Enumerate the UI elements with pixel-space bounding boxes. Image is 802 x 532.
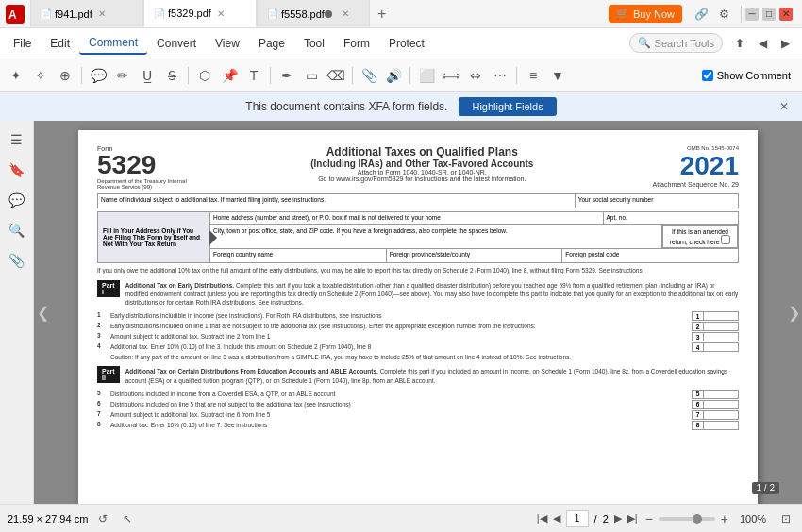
part2-title-bold: Additional Tax on Certain Distributions … <box>125 368 378 374</box>
search-tools-button[interactable]: 🔍 Search Tools <box>629 33 723 53</box>
misc-icon[interactable]: ⋯ <box>489 64 511 87</box>
filter-icon[interactable]: ▼ <box>546 64 569 87</box>
menu-comment[interactable]: Comment <box>79 32 147 55</box>
xfa-close-button[interactable]: ✕ <box>776 98 793 115</box>
menu-form[interactable]: Form <box>334 33 379 54</box>
status-right: − + 100% ⊡ <box>645 510 794 527</box>
highlight-fields-button[interactable]: Highlight Fields <box>459 97 556 116</box>
text-box-icon[interactable]: T <box>242 64 265 87</box>
address-row-2: City, town or post office, state, and ZI… <box>210 225 738 249</box>
shape-icon[interactable]: ▭ <box>300 64 323 87</box>
sticky-note-icon[interactable]: 📌 <box>218 64 241 87</box>
line-box-8[interactable]: 8 <box>692 421 739 430</box>
line-box-4[interactable]: 4 <box>692 342 739 352</box>
menu-tool[interactable]: Tool <box>294 33 334 54</box>
city-field[interactable]: City, town or post office, state, and ZI… <box>210 225 662 248</box>
hand-tool-icon[interactable]: ✧ <box>29 64 52 87</box>
menu-convert[interactable]: Convert <box>147 33 206 54</box>
stamp-icon[interactable]: ⬡ <box>193 64 216 87</box>
country-field[interactable]: Foreign country name <box>210 249 387 262</box>
postal-field[interactable]: Foreign postal code <box>562 249 738 262</box>
menu-protect[interactable]: Protect <box>379 33 434 54</box>
menu-file[interactable]: File <box>4 33 41 54</box>
menu-page[interactable]: Page <box>249 33 294 54</box>
audio-icon[interactable]: 🔊 <box>382 64 405 87</box>
first-page-button[interactable]: |◀ <box>537 512 547 524</box>
line-box-2[interactable]: 2 <box>692 322 739 331</box>
right-nav-arrow[interactable]: ❯ <box>785 293 802 331</box>
menu-edit[interactable]: Edit <box>41 33 79 54</box>
ssn-field[interactable]: Your social security number <box>576 194 738 208</box>
attach-icon[interactable]: 📎 <box>358 64 380 87</box>
minimize-button[interactable]: ─ <box>745 8 759 21</box>
navigation-panel-icon[interactable]: ☰ <box>4 126 30 153</box>
pdf-document: Form 5329 Department of the Treasury Int… <box>78 130 758 504</box>
area-select-icon[interactable]: ⬜ <box>415 64 438 87</box>
address-row-3: Foreign country name Foreign province/st… <box>210 249 738 262</box>
window-controls: ─ □ ✕ <box>745 8 798 21</box>
highlight-icon[interactable]: ✏ <box>111 64 134 87</box>
amended-field[interactable]: If this is an amended return, check here <box>662 225 738 248</box>
province-field[interactable]: Foreign province/state/county <box>387 249 563 262</box>
eraser-icon[interactable]: ⌫ <box>325 64 347 87</box>
forward-icon[interactable]: ▶ <box>776 34 794 53</box>
measure-icon[interactable]: ⟺ <box>440 64 462 87</box>
draw-icon[interactable]: ✒ <box>276 64 298 87</box>
zoom-in-button[interactable]: + <box>721 511 728 526</box>
apt-field[interactable]: Apt. no. <box>604 212 739 224</box>
name-field[interactable]: Name of individual subject to additional… <box>98 194 576 208</box>
next-page-button[interactable]: ▶ <box>614 512 622 524</box>
fill-address-fields: Home address (number and street), or P.O… <box>210 211 739 263</box>
tab-f5329[interactable]: 📄 f5329.pdf ✕ <box>143 0 257 27</box>
line-box-3[interactable]: 3 <box>692 332 739 341</box>
show-comment-checkbox[interactable] <box>702 70 713 81</box>
bookmark-panel-icon[interactable]: 🔖 <box>4 157 30 183</box>
prev-page-button[interactable]: ◀ <box>553 512 560 524</box>
tab-f941[interactable]: 📄 f941.pdf ✕ <box>30 0 143 27</box>
line-box-7[interactable]: 7 <box>692 410 739 420</box>
line-box-6[interactable]: 6 <box>692 400 739 409</box>
cursor-mode-icon[interactable]: ↖ <box>118 509 137 528</box>
left-nav-arrow[interactable]: ❮ <box>34 293 51 331</box>
distance-icon[interactable]: ⇔ <box>464 64 487 87</box>
page-number-input[interactable] <box>566 510 589 527</box>
last-page-button[interactable]: ▶| <box>627 512 638 524</box>
comment-icon[interactable]: 💬 <box>87 64 109 87</box>
home-address-field[interactable]: Home address (number and street), or P.O… <box>210 212 604 224</box>
fit-page-button[interactable]: ⊡ <box>777 510 794 527</box>
zoom-slider[interactable] <box>659 517 715 521</box>
strikethrough-icon[interactable]: S̶ <box>160 64 183 87</box>
line-number-6: 6 <box>97 400 107 407</box>
external-link-icon[interactable]: ⬆ <box>730 34 749 53</box>
settings-icon[interactable]: ⚙ <box>714 5 733 24</box>
part1-header-row: Part I Additional Tax on Early Distribut… <box>97 277 739 309</box>
tab-f5558[interactable]: 📄 f5558.pdf ✕ <box>257 0 370 27</box>
zoom-out-button[interactable]: − <box>645 511 653 526</box>
share-icon[interactable]: 🔗 <box>692 5 710 24</box>
buy-now-button[interactable]: 🛒 Buy Now <box>609 5 682 23</box>
amended-checkbox[interactable] <box>721 235 730 244</box>
back-icon[interactable]: ◀ <box>753 34 772 53</box>
text-select-icon[interactable]: ⊕ <box>54 64 76 87</box>
close-button[interactable]: ✕ <box>779 8 793 21</box>
search-panel-icon[interactable]: 🔍 <box>4 217 30 243</box>
line-box-5[interactable]: 5 <box>692 390 739 399</box>
manage-icon[interactable]: ≡ <box>522 64 544 87</box>
comment-panel-icon[interactable]: 💬 <box>4 187 30 213</box>
caution-text: Caution: If any part of the amount on li… <box>110 353 739 361</box>
maximize-button[interactable]: □ <box>762 8 776 21</box>
new-tab-button[interactable]: + <box>370 6 393 23</box>
part2-header-row: Part II Additional Tax on Certain Distri… <box>97 363 739 387</box>
rotate-icon[interactable]: ↺ <box>93 509 112 528</box>
underline-icon[interactable]: U̲ <box>136 64 159 87</box>
line-box-1[interactable]: 1 <box>692 311 739 321</box>
select-tool-icon[interactable]: ✦ <box>5 64 27 87</box>
menu-view[interactable]: View <box>206 33 249 54</box>
tab-close-2[interactable]: ✕ <box>217 8 225 19</box>
line-row-2: 2 Early distributions included on line 1… <box>97 322 739 331</box>
attachment-panel-icon[interactable]: 📎 <box>4 247 30 274</box>
document-area[interactable]: ❮ Form 5329 Department of the Treasury I… <box>34 121 802 504</box>
tab-close-3[interactable]: ✕ <box>342 8 349 19</box>
amended-label: If this is an amended return, check here <box>670 228 728 245</box>
tab-close-1[interactable]: ✕ <box>98 8 106 19</box>
